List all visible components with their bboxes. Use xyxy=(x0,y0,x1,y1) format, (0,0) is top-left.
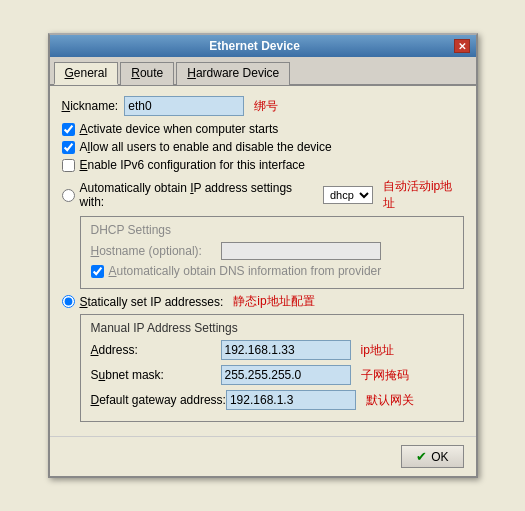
dhcp-settings-box: DHCP Settings Hostname (optional): Autom… xyxy=(80,216,464,289)
auto-ip-radio[interactable] xyxy=(62,189,75,202)
static-ip-annotation: 静态ip地址配置 xyxy=(233,293,314,310)
static-ip-section: Statically set IP addresses: 静态ip地址配置 Ma… xyxy=(62,293,464,422)
ok-button[interactable]: ✔ OK xyxy=(401,445,463,468)
address-input[interactable] xyxy=(221,340,351,360)
checkbox-allow-users: Allow all users to enable and disable th… xyxy=(62,140,464,154)
tab-hardware-label: Hardware Device xyxy=(187,66,279,80)
tab-route-label: Route xyxy=(131,66,163,80)
ok-label: OK xyxy=(431,450,448,464)
dns-label: Automatically obtain DNS information fro… xyxy=(109,264,382,278)
static-ip-radio[interactable] xyxy=(62,295,75,308)
content-area: Nickname: 绑号 Activate device when comput… xyxy=(50,86,476,436)
window-title: Ethernet Device xyxy=(56,39,454,53)
auto-ip-section: Automatically obtain IP address settings… xyxy=(62,178,464,289)
gateway-input[interactable] xyxy=(226,390,356,410)
subnet-input[interactable] xyxy=(221,365,351,385)
gateway-row: Default gateway address: 默认网关 xyxy=(91,390,453,410)
ipv6-checkbox[interactable] xyxy=(62,159,75,172)
tab-general[interactable]: General xyxy=(54,62,119,85)
allow-users-checkbox[interactable] xyxy=(62,141,75,154)
nickname-label: Nickname: xyxy=(62,99,119,113)
subnet-row: Subnet mask: 子网掩码 xyxy=(91,365,453,385)
static-ip-label: Statically set IP addresses: xyxy=(80,295,224,309)
subnet-annotation: 子网掩码 xyxy=(361,367,409,384)
static-ip-row: Statically set IP addresses: 静态ip地址配置 xyxy=(62,293,464,310)
gateway-annotation: 默认网关 xyxy=(366,392,414,409)
nickname-input[interactable] xyxy=(124,96,244,116)
dhcp-select[interactable]: dhcp xyxy=(323,186,373,204)
auto-ip-label: Automatically obtain IP address settings… xyxy=(80,181,318,209)
auto-ip-annotation: 自动活动ip地址 xyxy=(383,178,464,212)
auto-ip-row: Automatically obtain IP address settings… xyxy=(62,178,464,212)
dns-checkbox-row: Automatically obtain DNS information fro… xyxy=(91,264,453,278)
address-label: Address: xyxy=(91,343,221,357)
hostname-input[interactable] xyxy=(221,242,381,260)
ipv6-label: Enable IPv6 configuration for this inter… xyxy=(80,158,305,172)
static-settings-box: Manual IP Address Settings Address: ip地址… xyxy=(80,314,464,422)
subnet-label: Subnet mask: xyxy=(91,368,221,382)
tab-route[interactable]: Route xyxy=(120,62,174,85)
manual-ip-title: Manual IP Address Settings xyxy=(91,321,453,335)
close-button[interactable]: ✕ xyxy=(454,39,470,53)
title-bar: Ethernet Device ✕ xyxy=(50,35,476,57)
allow-users-label: Allow all users to enable and disable th… xyxy=(80,140,332,154)
checkbox-activate: Activate device when computer starts xyxy=(62,122,464,136)
tab-bar: General Route Hardware Device xyxy=(50,57,476,86)
dhcp-settings-title: DHCP Settings xyxy=(91,223,453,237)
hostname-label: Hostname (optional): xyxy=(91,244,221,258)
address-row: Address: ip地址 xyxy=(91,340,453,360)
dns-checkbox[interactable] xyxy=(91,265,104,278)
ok-icon: ✔ xyxy=(416,449,427,464)
ethernet-device-window: Ethernet Device ✕ General Route Hardware… xyxy=(48,33,478,478)
hostname-row: Hostname (optional): xyxy=(91,242,453,260)
nickname-annotation: 绑号 xyxy=(254,98,278,115)
checkbox-ipv6: Enable IPv6 configuration for this inter… xyxy=(62,158,464,172)
gateway-label: Default gateway address: xyxy=(91,393,226,407)
footer: ✔ OK xyxy=(50,436,476,476)
activate-checkbox[interactable] xyxy=(62,123,75,136)
tab-general-label: General xyxy=(65,66,108,80)
activate-label: Activate device when computer starts xyxy=(80,122,279,136)
nickname-row: Nickname: 绑号 xyxy=(62,96,464,116)
address-annotation: ip地址 xyxy=(361,342,394,359)
tab-hardware[interactable]: Hardware Device xyxy=(176,62,290,85)
